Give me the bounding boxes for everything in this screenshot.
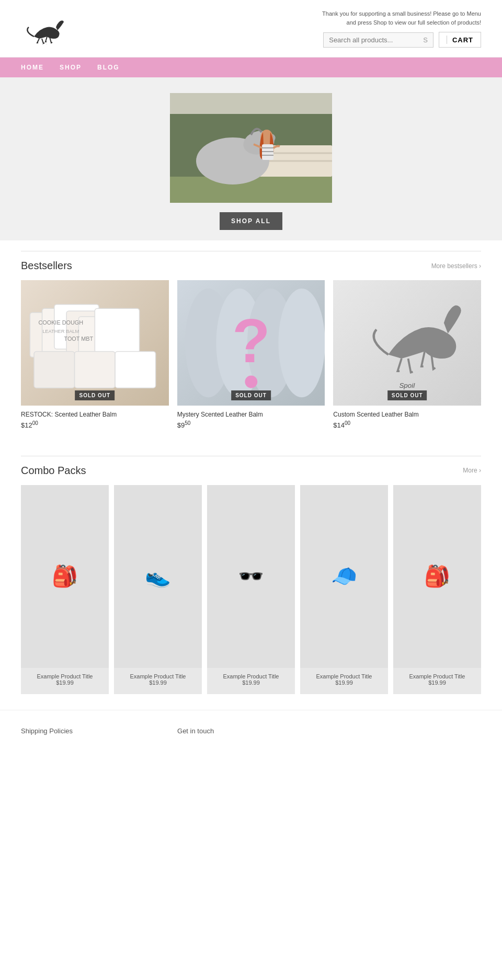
balm-1-svg: COOKIE DOUGH LEATHER BALM TOOT MBT <box>21 280 169 406</box>
footer-shipping-title: Shipping Policies <box>21 727 73 735</box>
svg-point-33 <box>245 376 257 388</box>
cart-button[interactable]: CART <box>439 32 481 48</box>
footer-col-shipping: Shipping Policies <box>21 726 73 735</box>
product-thumbnail-3: Spoil Me Rotten <box>333 280 481 406</box>
combo-card-1[interactable]: 🎒 Example Product Title $19.99 <box>21 485 109 694</box>
svg-rect-12 <box>262 144 273 160</box>
price-cents-1: 00 <box>32 420 38 426</box>
svg-text:TOOT MBT: TOOT MBT <box>64 336 94 342</box>
svg-rect-26 <box>75 351 116 388</box>
combo-icon-5: 🎒 <box>424 564 450 589</box>
product-name-2: Mystery Scented Leather Balm <box>177 411 325 418</box>
product-price-1: $1200 <box>21 420 169 429</box>
product-price-2: $950 <box>177 420 325 429</box>
combo-price-2: $19.99 <box>149 679 167 686</box>
price-dollar-2: $ <box>177 422 181 430</box>
combo-price-1: $19.99 <box>56 679 74 686</box>
combo-title-5: Example Product Title <box>405 673 470 679</box>
bestsellers-section: Bestsellers More bestsellers › COOKI <box>0 240 502 445</box>
product-name-3: Custom Scented Leather Balm <box>333 411 481 418</box>
sold-out-badge-1: SOLD OUT <box>75 390 115 400</box>
combo-card-2[interactable]: 👟 Example Product Title $19.99 <box>114 485 202 694</box>
header-tagline: Thank you for supporting a small busines… <box>314 9 481 27</box>
combo-icon-1: 🎒 <box>52 564 78 589</box>
combo-title-3: Example Product Title <box>219 673 283 679</box>
header-right: Thank you for supporting a small busines… <box>314 9 481 48</box>
combo-packs-title: Combo Packs <box>21 465 86 477</box>
svg-text:COOKIE DOUGH: COOKIE DOUGH <box>38 319 83 326</box>
svg-text:my product: my product <box>31 43 47 44</box>
hero-scene-svg <box>170 93 332 203</box>
price-whole-3: 14 <box>337 422 345 430</box>
combo-image-1: 🎒 <box>21 485 109 668</box>
combo-card-4[interactable]: 🧢 Example Product Title $19.99 <box>300 485 388 694</box>
combo-price-3: $19.99 <box>242 679 260 686</box>
combo-card-3[interactable]: 🕶️ Example Product Title $19.99 <box>207 485 295 694</box>
combo-image-3: 🕶️ <box>207 485 295 668</box>
site-header: my product Thank you for supporting a sm… <box>0 0 502 57</box>
bestsellers-grid: COOKIE DOUGH LEATHER BALM TOOT MBT SOLD … <box>21 280 481 430</box>
search-icon: S <box>423 36 428 44</box>
shop-all-button[interactable]: SHOP ALL <box>220 212 282 230</box>
combo-image-2: 👟 <box>114 485 202 668</box>
product-thumbnail-1: COOKIE DOUGH LEATHER BALM TOOT MBT <box>21 280 169 406</box>
more-bestsellers-link[interactable]: More bestsellers › <box>431 262 481 270</box>
price-dollar-3: $ <box>333 422 337 430</box>
combo-packs-section: Combo Packs More › 🎒 Example Product Tit… <box>0 445 502 710</box>
svg-text:Spoil: Spoil <box>400 382 416 389</box>
product-card-2[interactable]: ? SOLD OUT Mystery Scented Leather Balm … <box>177 280 325 430</box>
footer: Shipping Policies Get in touch <box>0 710 502 751</box>
combo-card-5[interactable]: 🎒 Example Product Title $19.99 <box>393 485 481 694</box>
svg-rect-21 <box>95 308 139 353</box>
combo-image-4: 🧢 <box>300 485 388 668</box>
nav-home[interactable]: HOME <box>21 64 44 71</box>
sold-out-badge-2: SOLD OUT <box>231 390 271 400</box>
product-image-2: ? SOLD OUT <box>177 280 325 406</box>
footer-col-contact: Get in touch <box>177 726 214 735</box>
logo-icon: my product <box>21 13 68 44</box>
header-actions: S CART <box>323 32 481 48</box>
combo-title-1: Example Product Title <box>33 673 97 679</box>
product-price-3: $1400 <box>333 420 481 429</box>
product-card-1[interactable]: COOKIE DOUGH LEATHER BALM TOOT MBT SOLD … <box>21 280 169 430</box>
product-image-1: COOKIE DOUGH LEATHER BALM TOOT MBT SOLD … <box>21 280 169 406</box>
svg-text:?: ? <box>232 306 270 375</box>
sold-out-badge-3: SOLD OUT <box>387 390 427 400</box>
combo-packs-grid: 🎒 Example Product Title $19.99 👟 Example… <box>21 485 481 694</box>
nav-shop[interactable]: SHOP <box>60 64 82 71</box>
combo-icon-4: 🧢 <box>331 564 357 589</box>
main-nav: HOME SHOP BLOG <box>0 57 502 77</box>
svg-point-31 <box>278 289 325 397</box>
svg-rect-25 <box>34 351 75 388</box>
combo-icon-2: 👟 <box>145 564 171 589</box>
product-name-1: RESTOCK: Scented Leather Balm <box>21 411 169 418</box>
cart-label: CART <box>452 36 473 44</box>
more-combo-link[interactable]: More › <box>463 467 481 474</box>
bestsellers-header: Bestsellers More bestsellers › <box>21 251 481 272</box>
hero-section: SHOP ALL <box>0 77 502 240</box>
combo-title-2: Example Product Title <box>126 673 190 679</box>
cart-divider <box>447 36 447 44</box>
combo-price-4: $19.99 <box>335 679 353 686</box>
combo-title-4: Example Product Title <box>312 673 376 679</box>
combo-packs-header: Combo Packs More › <box>21 456 481 477</box>
svg-rect-27 <box>115 351 156 388</box>
search-box[interactable]: S <box>323 32 433 48</box>
svg-text:LEATHER BALM: LEATHER BALM <box>42 329 79 334</box>
price-cents-3: 00 <box>345 420 350 426</box>
product-thumbnail-2: ? <box>177 280 325 406</box>
hero-image <box>170 93 332 203</box>
combo-price-5: $19.99 <box>428 679 446 686</box>
search-input[interactable] <box>329 36 423 44</box>
product-card-3[interactable]: Spoil Me Rotten SOLD OUT Custom Scented … <box>333 280 481 430</box>
logo-area[interactable]: my product <box>21 13 68 44</box>
price-whole-1: 12 <box>25 422 32 430</box>
nav-blog[interactable]: BLOG <box>97 64 120 71</box>
combo-image-5: 🎒 <box>393 485 481 668</box>
bestsellers-title: Bestsellers <box>21 260 72 272</box>
price-cents-2: 50 <box>185 420 190 426</box>
combo-icon-3: 🕶️ <box>238 564 264 589</box>
product-image-3: Spoil Me Rotten SOLD OUT <box>333 280 481 406</box>
balm-2-svg: ? <box>177 280 325 406</box>
footer-contact-title: Get in touch <box>177 727 214 735</box>
